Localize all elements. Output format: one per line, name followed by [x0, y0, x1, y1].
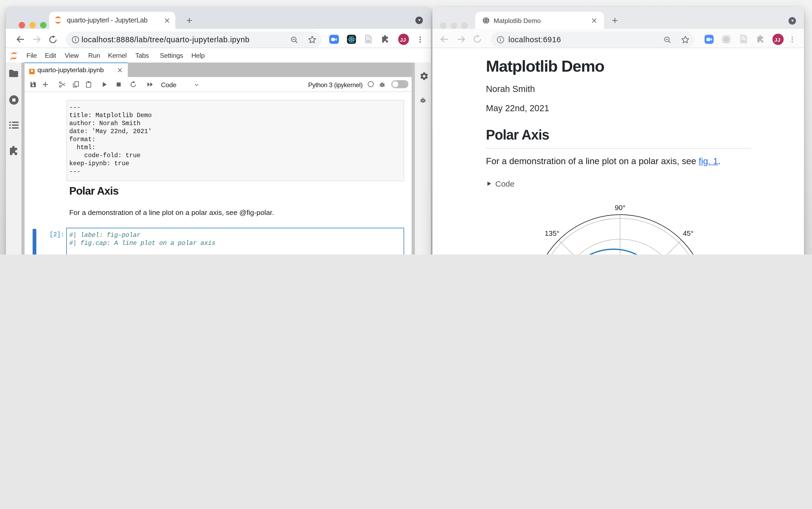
svg-text:135°: 135°: [545, 229, 559, 237]
svg-text:90°: 90°: [615, 204, 626, 212]
svg-text:45°: 45°: [683, 229, 694, 237]
